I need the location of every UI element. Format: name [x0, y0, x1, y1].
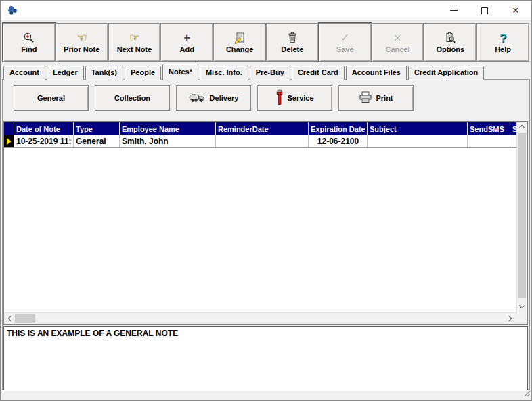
options-button[interactable]: Options [424, 23, 476, 62]
collection-note-button-label: Collection [114, 94, 150, 102]
edit-document-icon [234, 31, 246, 45]
change-button[interactable]: Change [213, 23, 266, 62]
general-note-button[interactable]: General [14, 85, 89, 111]
column-header-subject[interactable]: Subject [368, 122, 468, 135]
column-header-employee-name[interactable]: Employee Name [120, 122, 216, 135]
column-header-truncated[interactable]: Se [510, 122, 516, 135]
column-header-indicator [4, 122, 14, 135]
cell-expiration-date[interactable]: 12-06-2100 [309, 135, 368, 147]
scroll-left-button[interactable] [5, 314, 14, 323]
delivery-truck-icon [189, 92, 206, 104]
window-controls: ✕ [438, 1, 531, 20]
cell-reminder-date[interactable] [216, 135, 309, 147]
cancel-button-label: Cancel [385, 45, 409, 53]
close-button[interactable]: ✕ [500, 1, 531, 20]
column-header-type[interactable]: Type [74, 122, 120, 135]
prior-note-button-label: Prior Note [64, 45, 99, 53]
column-header-date-of-note[interactable]: Date of Note [14, 122, 74, 135]
tab-pre-buy[interactable]: Pre-Buy [250, 66, 290, 80]
cell-subject[interactable] [368, 135, 468, 147]
vertical-scrollbar-thumb[interactable] [518, 133, 526, 298]
status-bar [1, 390, 531, 400]
horizontal-scrollbar-thumb[interactable] [15, 314, 35, 323]
maximize-button[interactable] [469, 1, 500, 20]
prior-note-button[interactable]: ☜ Prior Note [56, 23, 108, 62]
note-text-memo[interactable]: THIS IS AN EXAMPLE OF A GENERAL NOTE [3, 326, 528, 390]
help-button[interactable]: ? Help [476, 23, 529, 62]
cell-sendsms[interactable] [468, 135, 510, 147]
hand-pointing-left-icon: ☜ [76, 31, 87, 45]
notes-tab-page: General Collection Delivery [2, 79, 530, 390]
help-button-label: Help [495, 45, 511, 53]
notes-grid: Date of Note Type Employee Name Reminder… [3, 121, 528, 325]
question-mark-icon: ? [500, 31, 506, 45]
tab-misc-info[interactable]: Misc. Info. [200, 66, 248, 80]
tab-credit-card[interactable]: Credit Card [292, 66, 345, 80]
notes-grid-body: Date of Note Type Employee Name Reminder… [4, 122, 516, 312]
chevron-up-icon [519, 124, 525, 130]
collection-note-button[interactable]: Collection [95, 85, 170, 111]
save-button-label: Save [336, 45, 354, 53]
delivery-note-button[interactable]: Delivery [176, 85, 251, 111]
delete-button[interactable]: Delete [266, 23, 319, 62]
title-bar: ✕ [1, 1, 531, 21]
tab-notes[interactable]: Notes* [162, 64, 198, 80]
trash-icon [286, 31, 298, 45]
check-icon: ✓ [340, 31, 349, 45]
save-button[interactable]: ✓ Save [319, 23, 372, 62]
column-header-expiration-date[interactable]: Expiration Date [309, 122, 368, 135]
note-type-button-row: General Collection Delivery [14, 85, 414, 111]
chevron-down-icon [519, 303, 525, 308]
row-pointer-icon [7, 138, 12, 145]
tab-credit-application[interactable]: Credit Application [408, 66, 484, 80]
tab-tanks[interactable]: Tank(s) [85, 66, 123, 80]
hand-pointing-right-icon: ☞ [129, 31, 139, 45]
scroll-right-button[interactable] [505, 314, 514, 323]
cell-type[interactable]: General [74, 135, 120, 147]
find-button-label: Find [21, 45, 37, 53]
printer-icon [359, 91, 372, 105]
tab-ledger[interactable]: Ledger [47, 66, 84, 80]
application-window: ✕ Find ☜ Prior Note ☞ Next Note + Add [0, 0, 532, 401]
tab-account[interactable]: Account [3, 66, 45, 80]
tab-account-files[interactable]: Account Files [346, 66, 407, 80]
scroll-down-button[interactable] [517, 302, 527, 311]
print-note-button[interactable]: Print [338, 85, 414, 111]
change-button-label: Change [226, 45, 253, 53]
next-note-button-label: Next Note [117, 45, 152, 53]
column-header-sendsms[interactable]: SendSMS [468, 122, 510, 135]
cell-employee-name[interactable]: Smith, John [120, 135, 216, 147]
tab-strip: Account Ledger Tank(s) People Notes* Mis… [2, 63, 530, 80]
scrollbar-corner [516, 312, 527, 324]
scroll-up-button[interactable] [517, 122, 527, 131]
print-note-button-label: Print [376, 94, 393, 102]
clipboard-magnifier-icon [444, 31, 456, 45]
grid-vertical-scrollbar[interactable] [516, 122, 527, 312]
cancel-button[interactable]: ✕ Cancel [372, 23, 424, 62]
general-note-button-label: General [37, 94, 65, 102]
add-button[interactable]: + Add [160, 23, 213, 62]
table-row[interactable]: 10-25-2019 11: General Smith, John 12-06… [4, 135, 516, 148]
delete-button-label: Delete [281, 45, 303, 53]
chevron-left-icon [7, 316, 13, 321]
chevron-right-icon [506, 316, 511, 321]
tab-people[interactable]: People [125, 66, 161, 80]
cell-truncated[interactable] [510, 135, 516, 147]
pipe-wrench-icon [275, 89, 284, 107]
magnifier-icon [23, 31, 35, 45]
x-icon: ✕ [394, 31, 402, 45]
main-toolbar: Find ☜ Prior Note ☞ Next Note + Add Chan… [1, 21, 531, 63]
app-logo-icon [7, 5, 19, 17]
delivery-note-button-label: Delivery [210, 94, 239, 102]
minimize-button[interactable] [438, 1, 469, 20]
column-header-reminder-date[interactable]: ReminderDate [216, 122, 309, 135]
grid-horizontal-scrollbar[interactable] [4, 312, 516, 324]
service-note-button[interactable]: Service [257, 85, 332, 111]
plus-icon: + [184, 31, 190, 45]
cell-date-of-note[interactable]: 10-25-2019 11: [14, 135, 74, 147]
next-note-button[interactable]: ☞ Next Note [108, 23, 161, 62]
add-button-label: Add [180, 45, 194, 53]
notes-grid-header: Date of Note Type Employee Name Reminder… [4, 122, 516, 135]
options-button-label: Options [436, 45, 464, 53]
find-button[interactable]: Find [3, 23, 56, 62]
